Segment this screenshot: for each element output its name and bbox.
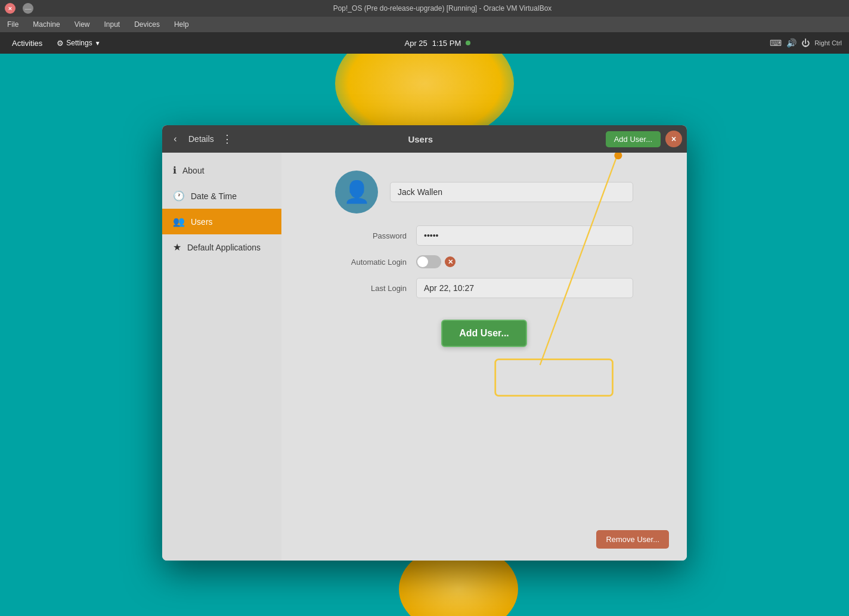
last-login-row: Last Login xyxy=(335,278,633,298)
chevron-down-icon: ▼ xyxy=(95,40,101,47)
last-login-label: Last Login xyxy=(335,284,407,293)
window-header: ‹ Details ⋮ Users Add User... × xyxy=(162,125,687,153)
username-input[interactable] xyxy=(390,182,633,202)
avatar-person-icon: 👤 xyxy=(343,179,370,205)
info-icon: ℹ xyxy=(173,165,176,176)
right-ctrl-label: Right Ctrl xyxy=(814,39,842,47)
password-label: Password xyxy=(335,231,407,240)
gnome-system-tray: ⌨ 🔊 ⏻ Right Ctrl xyxy=(770,38,842,48)
main-content-area: 👤 Password Automatic Login xyxy=(281,153,687,561)
password-row: Password xyxy=(335,225,633,246)
avatar[interactable]: 👤 xyxy=(335,171,378,213)
annotation-arrow xyxy=(281,153,687,561)
gnome-clock: Apr 25 1:15 PM xyxy=(404,39,470,48)
sidebar-item-users[interactable]: 👥 Users xyxy=(162,209,281,234)
gnome-activities-button[interactable]: Activities xyxy=(7,36,47,50)
gnome-settings-button[interactable]: ⚙ Settings ▼ xyxy=(52,36,105,50)
toggle-off-icon: ✕ xyxy=(445,256,456,267)
vbox-menu-bar: File Machine View Input Devices Help xyxy=(0,17,849,32)
volume-icon: 🔊 xyxy=(786,38,797,48)
header-section-title: Details xyxy=(184,134,219,144)
user-profile-section: 👤 xyxy=(335,171,633,213)
add-user-header-button[interactable]: Add User... xyxy=(606,131,661,147)
gnome-date: Apr 25 xyxy=(404,39,427,48)
settings-sidebar: ℹ About 🕐 Date & Time 👥 Users ★ Default … xyxy=(162,153,281,561)
toggle-thumb xyxy=(417,256,428,267)
vbox-menu-view[interactable]: View xyxy=(72,19,92,30)
gnome-panel: Activities ⚙ Settings ▼ Apr 25 1:15 PM ⌨… xyxy=(0,32,849,54)
remove-user-button[interactable]: Remove User... xyxy=(596,530,669,549)
network-status-dot xyxy=(466,41,470,45)
gnome-settings-label: Settings xyxy=(66,39,92,47)
vbox-menu-machine[interactable]: Machine xyxy=(30,19,62,30)
keyboard-icon: ⌨ xyxy=(770,38,782,48)
vbox-minimize-button[interactable]: — xyxy=(23,3,33,14)
toggle-track[interactable] xyxy=(416,255,441,268)
power-icon: ⏻ xyxy=(801,38,810,48)
password-input[interactable] xyxy=(416,225,633,246)
users-icon: 👥 xyxy=(173,216,185,227)
automatic-login-label: Automatic Login xyxy=(335,258,407,267)
automatic-login-toggle[interactable]: ✕ xyxy=(416,255,456,268)
sidebar-label-about: About xyxy=(182,166,204,175)
page-title: Users xyxy=(408,134,433,144)
vbox-close-button[interactable]: × xyxy=(5,3,16,14)
header-menu-button[interactable]: ⋮ xyxy=(219,131,236,147)
desktop-background: ‹ Details ⋮ Users Add User... × ℹ About … xyxy=(0,54,849,616)
last-login-input[interactable] xyxy=(416,278,633,298)
star-icon: ★ xyxy=(173,242,181,253)
add-user-main-button[interactable]: Add User... xyxy=(441,320,527,347)
clock-icon: 🕐 xyxy=(173,190,185,202)
vbox-window-title: Pop!_OS (Pre do-release-upgrade) [Runnin… xyxy=(41,4,844,13)
gear-icon: ⚙ xyxy=(57,39,64,48)
sidebar-label-users: Users xyxy=(191,217,213,227)
svg-point-2 xyxy=(614,153,622,159)
sidebar-label-default-apps: Default Applications xyxy=(187,243,261,252)
vbox-title-bar: × — Pop!_OS (Pre do-release-upgrade) [Ru… xyxy=(0,0,849,17)
sidebar-item-default-apps[interactable]: ★ Default Applications xyxy=(162,234,281,260)
vbox-menu-file[interactable]: File xyxy=(5,19,21,30)
window-body: ℹ About 🕐 Date & Time 👥 Users ★ Default … xyxy=(162,153,687,561)
gnome-time: 1:15 PM xyxy=(432,39,461,48)
sidebar-item-datetime[interactable]: 🕐 Date & Time xyxy=(162,183,281,209)
sidebar-item-about[interactable]: ℹ About xyxy=(162,157,281,183)
window-close-button[interactable]: × xyxy=(665,131,682,147)
back-button[interactable]: ‹ xyxy=(167,131,184,147)
vbox-menu-input[interactable]: Input xyxy=(102,19,123,30)
automatic-login-row: Automatic Login ✕ xyxy=(335,255,633,268)
sidebar-label-datetime: Date & Time xyxy=(191,191,237,201)
settings-window: ‹ Details ⋮ Users Add User... × ℹ About … xyxy=(162,125,687,561)
svg-rect-1 xyxy=(495,360,613,396)
vbox-menu-help[interactable]: Help xyxy=(172,19,191,30)
vbox-menu-devices[interactable]: Devices xyxy=(132,19,162,30)
